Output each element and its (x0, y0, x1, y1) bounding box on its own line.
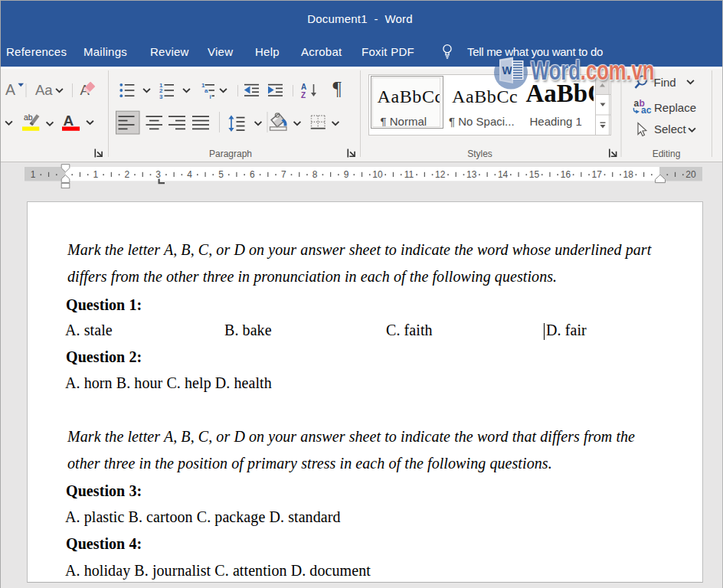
svg-text:ab: ab (24, 113, 33, 122)
svg-text:Z: Z (301, 91, 306, 100)
svg-text:18: 18 (623, 169, 634, 180)
svg-text:Editing: Editing (653, 149, 681, 159)
svg-text:8: 8 (312, 169, 318, 180)
svg-text:17: 17 (592, 169, 603, 180)
svg-text:15: 15 (529, 169, 540, 180)
svg-text:Find: Find (654, 76, 676, 89)
svg-text:4: 4 (187, 169, 192, 180)
svg-text:5: 5 (218, 169, 224, 180)
svg-text:9: 9 (344, 169, 349, 180)
svg-text:¶: ¶ (333, 78, 342, 99)
svg-text:A: A (64, 113, 74, 129)
svg-text:Replace: Replace (654, 101, 696, 114)
svg-text:3: 3 (155, 169, 161, 180)
svg-text:6: 6 (250, 169, 255, 180)
svg-text:11: 11 (404, 169, 414, 180)
svg-text:2: 2 (124, 169, 129, 180)
svg-text:3: 3 (159, 93, 163, 100)
svg-text:7: 7 (281, 169, 286, 180)
svg-text:12: 12 (435, 169, 446, 180)
svg-text:20: 20 (685, 169, 696, 180)
svg-text:i: i (210, 93, 211, 100)
svg-text:14: 14 (498, 169, 509, 180)
svg-text:Aa: Aa (35, 82, 53, 98)
svg-text:a: a (204, 87, 208, 94)
svg-text:A: A (301, 83, 306, 91)
svg-text:16: 16 (561, 169, 571, 180)
svg-text:a: a (634, 98, 640, 109)
svg-text:1: 1 (31, 169, 36, 180)
svg-text:ac: ac (641, 105, 652, 116)
svg-text:10: 10 (372, 169, 383, 180)
svg-text:1: 1 (93, 169, 99, 180)
svg-text:Styles: Styles (467, 149, 492, 159)
svg-text:A: A (5, 81, 15, 98)
svg-text:Paragraph: Paragraph (209, 149, 252, 159)
svg-text:13: 13 (466, 169, 477, 180)
svg-text:Select: Select (654, 122, 687, 136)
